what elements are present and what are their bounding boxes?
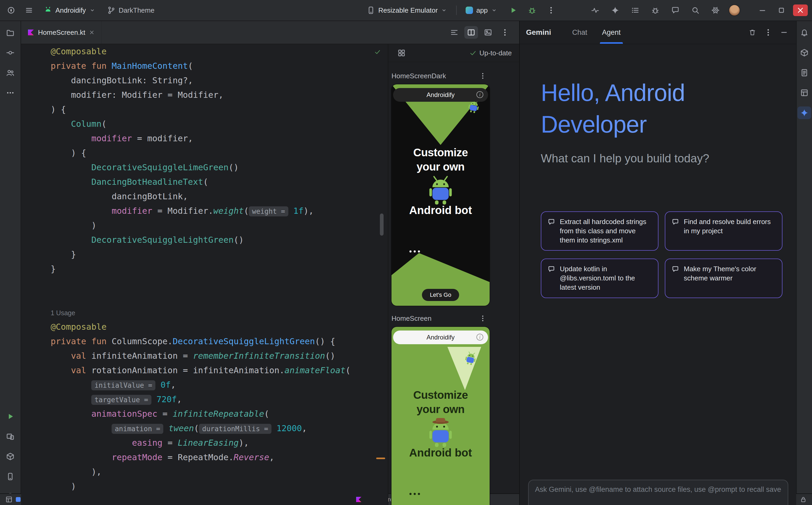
code-line: ) — [51, 218, 388, 233]
debug-button[interactable] — [525, 4, 539, 17]
code-line: modifier: Modifier = Modifier, — [51, 88, 388, 102]
project-selector[interactable]: Androidify — [40, 4, 99, 16]
project-name: Androidify — [55, 6, 86, 14]
editor-zone: HomeScreen.kt @Composableprivate fun Mai… — [21, 21, 519, 505]
device-selector[interactable]: Resizable Emulator — [363, 4, 451, 16]
editor-tab-homescreen[interactable]: HomeScreen.kt — [21, 21, 102, 44]
user-avatar[interactable] — [729, 4, 740, 16]
clear-chat-icon[interactable] — [745, 26, 759, 39]
code-line: ) — [51, 479, 388, 494]
run-configuration-selector[interactable]: app — [462, 5, 501, 16]
settings-gear-icon[interactable] — [709, 4, 722, 17]
preview-build-status: Up-to-date — [469, 49, 512, 57]
android-bot-illustration — [426, 174, 455, 206]
chevron-down-icon — [441, 7, 447, 13]
project-tool-icon[interactable] — [3, 26, 17, 39]
android-icon — [44, 6, 52, 14]
lock-icon[interactable] — [800, 496, 807, 503]
preview-headline-bot: Android bot — [391, 204, 490, 217]
code-line: DecorativeSquiggleLightGreen() — [51, 233, 388, 247]
running-devices-tool-icon[interactable] — [3, 470, 17, 483]
module-icon — [16, 497, 21, 502]
profiler-icon[interactable] — [588, 4, 602, 17]
documentation-tool-icon[interactable] — [798, 66, 811, 79]
more-actions-icon[interactable] — [544, 4, 558, 17]
gemini-prompt-box[interactable]: Context (6) Gemini 2.5 Pro — [528, 480, 788, 505]
device-manager-tool-icon[interactable] — [3, 430, 17, 443]
git-branch-icon — [107, 6, 116, 14]
android-studio-logo-icon — [4, 4, 18, 17]
gemini-panel-title: Gemini — [526, 28, 551, 37]
pull-requests-tool-icon[interactable] — [3, 66, 17, 79]
suggestion-grid: Extract all hardcoded strings from this … — [541, 211, 782, 298]
preview-options-icon[interactable] — [476, 312, 490, 325]
more-tool-windows-icon[interactable] — [3, 87, 17, 99]
suggestion-card[interactable]: Make my Theme's color scheme warmer — [665, 259, 783, 298]
divider — [456, 6, 457, 15]
code-line: val rotationAnimation = infiniteAnimatio… — [51, 363, 388, 378]
suggestion-card[interactable]: Find and resolve build errors in my proj… — [665, 211, 783, 250]
tab-chat[interactable]: Chat — [565, 21, 595, 44]
main-menu-icon[interactable] — [22, 4, 36, 17]
code-line: @Composable — [51, 44, 388, 59]
split-view-toggle[interactable] — [464, 26, 478, 39]
window-maximize-button[interactable] — [774, 4, 789, 16]
gemini-prompt-input[interactable] — [535, 486, 781, 494]
tab-agent[interactable]: Agent — [595, 21, 628, 44]
tool-window-layout-icon[interactable] — [5, 496, 13, 503]
suggestion-card[interactable]: Extract all hardcoded strings from this … — [541, 211, 659, 250]
decorative-dots — [410, 250, 420, 252]
code-line: easing = LinearEasing), — [51, 436, 388, 450]
editor-scrollbar[interactable] — [380, 213, 383, 235]
code-view-toggle[interactable] — [447, 26, 461, 39]
code-line: modifier = Modifier.weight(weight = 1f), — [51, 204, 388, 218]
close-tab-icon[interactable] — [89, 29, 95, 35]
lets-go-button[interactable]: Let's Go — [422, 289, 459, 301]
run-tool-icon[interactable] — [3, 410, 17, 423]
code-line: DecorativeSquiggleLimeGreen() — [51, 160, 388, 175]
editor-options-icon[interactable] — [498, 26, 512, 39]
commit-tool-icon[interactable] — [3, 46, 17, 59]
gemini-tool-icon[interactable] — [798, 107, 811, 119]
app-insights-icon[interactable] — [649, 4, 662, 17]
chat-bubble-icon — [672, 218, 679, 226]
feedback-icon[interactable] — [669, 4, 682, 17]
suggestion-text: Update kotlin in @libs.version.toml to t… — [560, 265, 652, 292]
suggestion-text: Make my Theme's color scheme warmer — [684, 265, 776, 292]
inspection-ok-icon[interactable] — [374, 48, 381, 55]
preview-headline: Customize your own — [391, 146, 490, 174]
notifications-tool-icon[interactable] — [798, 26, 811, 39]
task-list-icon[interactable] — [628, 4, 642, 17]
preview-options-icon[interactable] — [476, 69, 490, 82]
device-phone-icon — [367, 6, 375, 14]
preview-homescreen-dark[interactable]: Androidify i Customize your own Android … — [391, 85, 490, 306]
gemini-options-icon[interactable] — [761, 26, 775, 39]
suggestion-card[interactable]: Update kotlin in @libs.version.toml to t… — [541, 259, 659, 298]
preview-homescreen-light[interactable]: Androidify i Customize your own Android … — [391, 327, 490, 505]
code-line: ) { — [51, 102, 388, 117]
preview-layout-icon[interactable] — [395, 47, 409, 59]
ai-actions-icon[interactable] — [608, 4, 622, 17]
layout-inspector-tool-icon[interactable] — [798, 87, 811, 99]
gemini-body: Hello, Android Developer What can I help… — [520, 44, 796, 505]
compose-preview-panel: Up-to-date HomeScreenDark — [388, 44, 519, 505]
assistant-tool-icon[interactable] — [798, 46, 811, 59]
build-tool-icon[interactable] — [3, 450, 17, 463]
design-view-toggle[interactable] — [481, 26, 495, 39]
code-editor[interactable]: @Composableprivate fun MainHomeContent( … — [21, 44, 388, 505]
window-minimize-button[interactable] — [755, 4, 770, 16]
left-tool-stripe — [0, 21, 21, 505]
code-line: animation = tween(durationMillis = 12000… — [51, 421, 388, 436]
code-line: modifier = modifier, — [51, 131, 388, 146]
gemini-greeting: Hello, Android Developer — [520, 44, 796, 140]
search-everywhere-icon[interactable] — [689, 4, 702, 17]
right-tool-stripe — [796, 21, 812, 505]
vcs-branch-widget[interactable]: DarkTheme — [103, 4, 158, 16]
gemini-panel: Gemini Chat Agent Hello, Android Develop… — [519, 21, 796, 505]
editor-tab-bar: HomeScreen.kt — [21, 21, 519, 44]
window-close-button[interactable] — [793, 4, 808, 16]
code-line: dancingBotLink, — [51, 189, 388, 204]
code-line: } — [51, 247, 388, 262]
run-button[interactable] — [506, 4, 520, 17]
hide-panel-icon[interactable] — [777, 26, 791, 39]
